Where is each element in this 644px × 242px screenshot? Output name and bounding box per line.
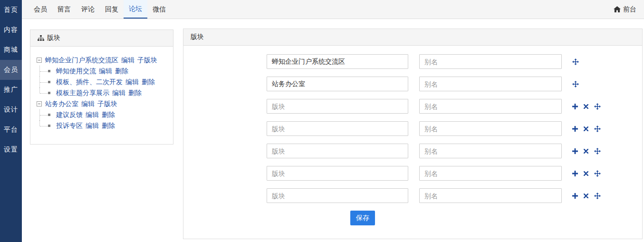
board-edit-panel: 版块 <box>183 29 643 239</box>
sidebar-item-home[interactable]: 首页 <box>0 0 22 20</box>
move-icon[interactable] <box>594 126 601 132</box>
board-alias-input[interactable] <box>419 121 562 136</box>
sidebar-item-members[interactable]: 会员 <box>0 60 22 80</box>
subboard-link[interactable]: 子版块 <box>97 100 117 108</box>
board-name-input[interactable] <box>267 77 408 91</box>
tab-forum[interactable]: 论坛 <box>124 0 147 19</box>
collapse-minus-icon[interactable] <box>37 101 42 106</box>
tab-wechat[interactable]: 微信 <box>147 0 171 19</box>
move-icon[interactable] <box>594 170 601 177</box>
tab-comments[interactable]: 评论 <box>76 0 100 19</box>
close-icon[interactable] <box>584 149 588 154</box>
edit-link[interactable]: 编辑 <box>99 67 112 76</box>
tree-panel-heading: 版块 <box>30 30 173 47</box>
close-icon[interactable] <box>584 126 588 131</box>
move-icon[interactable] <box>572 81 579 87</box>
tree-children-group: 蝉知使用交流 编辑 删除 模板、插件、二次开发 编辑 删除 模板主题分享展示 编… <box>37 66 168 98</box>
plus-icon[interactable] <box>572 104 578 109</box>
move-icon[interactable] <box>594 193 601 199</box>
sidebar-item-content[interactable]: 内容 <box>0 20 22 40</box>
move-icon[interactable] <box>594 103 601 110</box>
board-tree: 蝉知企业门户系统交流区 编辑 子版块 蝉知使用交流 编辑 删除 模板、插件、二次… <box>30 47 173 131</box>
board-link[interactable]: 建议反馈 <box>56 111 83 119</box>
board-alias-input[interactable] <box>419 77 562 91</box>
board-link[interactable]: 蝉知企业门户系统交流区 <box>45 56 118 65</box>
board-row <box>267 188 642 203</box>
tree-child-row: 投诉专区 编辑 删除 <box>37 120 168 131</box>
board-row <box>267 121 642 136</box>
tree-panel-title: 版块 <box>47 34 60 42</box>
board-row <box>267 77 642 91</box>
tree-child-row: 蝉知使用交流 编辑 删除 <box>37 66 168 77</box>
tab-members[interactable]: 会员 <box>29 0 52 19</box>
tab-messages[interactable]: 留言 <box>52 0 76 19</box>
board-name-input[interactable] <box>267 188 408 203</box>
delete-link[interactable]: 删除 <box>102 111 115 119</box>
form-panel-title: 版块 <box>191 33 204 41</box>
sidebar-item-platform[interactable]: 平台 <box>0 120 22 140</box>
board-alias-input[interactable] <box>419 188 562 203</box>
tree-bullet-icon <box>48 70 50 72</box>
top-navbar: 会员 留言 评论 回复 论坛 微信 前台 <box>22 0 644 19</box>
board-alias-input[interactable] <box>419 54 562 69</box>
edit-link[interactable]: 编辑 <box>121 56 135 65</box>
close-icon[interactable] <box>584 171 588 176</box>
board-name-input[interactable] <box>267 144 408 158</box>
tree-bullet-icon <box>48 81 50 83</box>
board-row <box>267 99 642 114</box>
edit-link[interactable]: 编辑 <box>81 100 95 108</box>
sidebar-item-design[interactable]: 设计 <box>0 100 22 120</box>
tree-bullet-icon <box>48 114 50 116</box>
move-icon[interactable] <box>572 58 579 65</box>
sidebar-item-promotion[interactable]: 推广 <box>0 80 22 100</box>
tree-child-row: 模板、插件、二次开发 编辑 删除 <box>37 77 168 87</box>
board-name-input[interactable] <box>267 166 408 181</box>
delete-link[interactable]: 删除 <box>115 67 128 76</box>
edit-link[interactable]: 编辑 <box>125 78 139 87</box>
plus-icon[interactable] <box>572 171 578 176</box>
save-button[interactable]: 保存 <box>350 211 375 225</box>
board-name-input[interactable] <box>267 99 408 114</box>
board-form: 保存 <box>183 46 642 225</box>
front-site-link[interactable]: 前台 <box>614 0 644 19</box>
move-icon[interactable] <box>594 148 601 155</box>
edit-link[interactable]: 编辑 <box>86 122 99 130</box>
sidebar-item-settings[interactable]: 设置 <box>0 140 22 160</box>
delete-link[interactable]: 删除 <box>128 89 142 97</box>
tree-children-group: 建议反馈 编辑 删除 投诉专区 编辑 删除 <box>37 109 168 131</box>
board-alias-input[interactable] <box>419 166 562 181</box>
edit-link[interactable]: 编辑 <box>112 89 125 97</box>
tree-bullet-icon <box>48 92 50 94</box>
board-link[interactable]: 蝉知使用交流 <box>56 67 96 76</box>
board-link[interactable]: 模板主题分享展示 <box>56 89 109 97</box>
collapse-minus-icon[interactable] <box>37 58 42 63</box>
board-link[interactable]: 模板、插件、二次开发 <box>56 78 123 87</box>
subboard-link[interactable]: 子版块 <box>137 56 157 65</box>
tree-bullet-icon <box>48 125 50 127</box>
board-row <box>267 166 642 181</box>
board-link[interactable]: 投诉专区 <box>56 122 83 130</box>
tree-child-row: 建议反馈 编辑 删除 <box>37 109 168 120</box>
board-alias-input[interactable] <box>419 99 562 114</box>
board-tree-panel: 版块 蝉知企业门户系统交流区 编辑 子版块 蝉知使用交流 编辑 删除 模板、插件… <box>30 29 173 145</box>
board-link[interactable]: 站务办公室 <box>45 100 78 108</box>
delete-link[interactable]: 删除 <box>102 122 115 130</box>
tree-root-row: 蝉知企业门户系统交流区 编辑 子版块 <box>37 55 168 66</box>
form-panel-heading: 版块 <box>183 29 642 46</box>
board-row <box>267 144 642 158</box>
plus-icon[interactable] <box>572 148 578 154</box>
edit-link[interactable]: 编辑 <box>86 111 99 119</box>
delete-link[interactable]: 删除 <box>142 78 155 87</box>
tree-child-row: 模板主题分享展示 编辑 删除 <box>37 87 168 98</box>
close-icon[interactable] <box>584 194 588 198</box>
board-alias-input[interactable] <box>419 144 562 158</box>
tab-replies[interactable]: 回复 <box>100 0 124 19</box>
close-icon[interactable] <box>584 104 588 109</box>
board-name-input[interactable] <box>267 54 408 69</box>
board-name-input[interactable] <box>267 121 408 136</box>
top-nav-tabs: 会员 留言 评论 回复 论坛 微信 <box>22 0 171 19</box>
plus-icon[interactable] <box>572 193 578 199</box>
plus-icon[interactable] <box>572 126 578 132</box>
home-icon <box>614 6 621 12</box>
sidebar-item-mall[interactable]: 商城 <box>0 40 22 60</box>
